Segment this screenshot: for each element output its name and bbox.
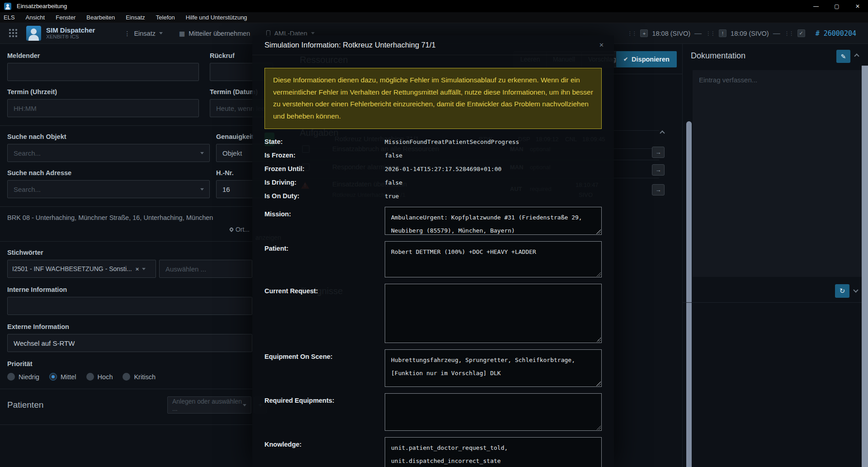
resize-handle[interactable]: [596, 425, 601, 430]
remove-tag-icon[interactable]: ×: [136, 266, 139, 272]
app-scrollbar[interactable]: [862, 66, 868, 467]
minimize-icon[interactable]: —: [806, 0, 826, 12]
drag-handle-icon[interactable]: ⋮⋮: [706, 30, 715, 37]
clock-1: 18:08 (SIVO): [652, 30, 690, 37]
refresh-icon: ↻: [840, 287, 845, 295]
externe-info-label: Externe Information: [7, 323, 252, 330]
simulation-warning-note: Diese Informationen dienen dazu, möglich…: [264, 68, 602, 129]
separator: —: [694, 29, 702, 38]
divider: [0, 424, 252, 425]
grid-small-icon: ▦: [179, 30, 185, 37]
refresh-button[interactable]: ↻: [835, 284, 849, 298]
chevron-down-icon[interactable]: [853, 287, 858, 292]
prio-radio-hoch[interactable]: Hoch: [86, 373, 113, 381]
clock-add-icon[interactable]: +: [640, 29, 648, 37]
collapse-icon[interactable]: [854, 53, 859, 58]
suche-adresse-label: Suche nach Adresse: [7, 169, 210, 176]
app-subtitle: XENBIT® ICS: [46, 34, 95, 40]
edit-entry-button[interactable]: ✎: [836, 50, 850, 63]
equipment-on-scene-label: Equipment On Scene:: [264, 349, 385, 360]
clock-check-icon[interactable]: ✓: [797, 29, 805, 37]
chevron-down-icon: [200, 188, 204, 191]
frozen-until-value: 2026-01-14T15:27:17.5284698+01:00: [385, 165, 602, 172]
divider: [683, 302, 862, 303]
dokumentation-panel: Dokumentation ✎ Eintrag verfassen... ↻: [682, 44, 861, 467]
task-open-button[interactable]: →: [652, 184, 665, 195]
suche-objekt-select[interactable]: Search...: [7, 144, 210, 162]
clock-alert-icon[interactable]: !: [719, 29, 726, 37]
patient-label: Patient:: [264, 241, 385, 252]
kebab-icon: ⋮: [124, 30, 130, 37]
app-window-icon: [4, 3, 11, 10]
equipment-on-scene-textarea[interactable]: Hubrettungsfahrzeug, Sprungretter, Schle…: [385, 349, 602, 387]
chevron-down-icon: [311, 32, 315, 34]
current-request-textarea[interactable]: [385, 284, 602, 343]
disponieren-button[interactable]: ✔ Disponieren: [616, 51, 677, 67]
prio-radio-kritisch[interactable]: Kritisch: [123, 373, 156, 381]
prio-radio-mittel[interactable]: Mittel: [49, 373, 76, 381]
prioritaet-label: Priorität: [7, 360, 252, 367]
window-titlebar: Einsatzbearbeitung — ▢ ✕: [0, 0, 868, 12]
required-equipments-textarea[interactable]: [385, 393, 602, 431]
entry-placeholder: Eintrag verfassen...: [699, 76, 757, 84]
is-on-duty-value: true: [385, 192, 602, 200]
knowledge-label: Knowledge:: [264, 437, 385, 448]
drag-handle-icon[interactable]: ⋮⋮: [627, 30, 636, 37]
menu-hilfe[interactable]: Hilfe und Unterstützung: [180, 14, 253, 21]
resize-handle[interactable]: [596, 381, 601, 386]
app-grid-icon[interactable]: [9, 29, 18, 38]
resize-handle[interactable]: [596, 272, 601, 276]
mission-label: Mission:: [264, 207, 385, 218]
stichwoerter-label: Stichwörter: [7, 249, 252, 256]
ort-button[interactable]: Ort...: [230, 226, 250, 233]
divider: [0, 389, 252, 389]
modal-header: Simulation Information: Rotkreuz Unterha…: [252, 35, 614, 55]
modal-close-icon[interactable]: ✕: [599, 42, 604, 48]
resize-handle[interactable]: [596, 338, 601, 342]
chevron-down-icon: [200, 152, 204, 154]
collapse-icon[interactable]: [660, 130, 665, 135]
case-number: # 26000204: [816, 29, 856, 38]
patient-textarea[interactable]: Robert DETTMER (100%) +DOC +HEAVY +LADDE…: [385, 241, 602, 277]
radio-icon: [7, 373, 15, 381]
patient-select[interactable]: Anlegen oder auswählen ...: [167, 396, 251, 414]
prio-radio-niedrig[interactable]: Niedrig: [7, 373, 39, 381]
toolbar-einsatz-menu[interactable]: ⋮ Einsatz: [124, 30, 163, 37]
knowledge-textarea[interactable]: unit.patient_doctor_request_told, unit.d…: [385, 437, 602, 467]
entry-textarea[interactable]: Eintrag verfassen...: [693, 70, 862, 277]
interne-info-field[interactable]: [7, 297, 252, 315]
suche-adresse-select[interactable]: Search...: [7, 180, 210, 198]
termin-uhrzeit-field[interactable]: [7, 99, 199, 117]
menu-bearbeiten[interactable]: Bearbeiten: [81, 14, 120, 21]
stichwort-tag-select[interactable]: I2501 - INF WACHBESETZUNG - Sonsti... ×: [7, 260, 156, 278]
required-equipments-label: Required Equipments:: [264, 393, 385, 404]
radio-icon: [123, 373, 130, 381]
divider: [0, 206, 252, 207]
menu-einsatz[interactable]: Einsatz: [120, 14, 151, 21]
mission-textarea[interactable]: AmbulanceUrgent: Kopfplatzwunde #31 (Fri…: [385, 207, 602, 235]
task-open-button[interactable]: →: [652, 164, 665, 176]
app-logo: [26, 26, 41, 41]
task-open-button[interactable]: →: [652, 147, 665, 158]
is-on-duty-label: Is On Duty:: [264, 192, 385, 200]
menu-ansicht[interactable]: Ansicht: [20, 14, 51, 21]
close-icon[interactable]: ✕: [847, 0, 868, 12]
current-request-label: Current Request:: [264, 284, 385, 295]
maximize-icon[interactable]: ▢: [826, 0, 847, 12]
resize-handle[interactable]: [596, 229, 601, 234]
toolbar-mitteiler-button[interactable]: ▦ Mitteiler übernehmen: [179, 30, 250, 37]
menu-fenster[interactable]: Fenster: [50, 14, 81, 21]
externe-info-field[interactable]: [7, 334, 252, 352]
menu-telefon[interactable]: Telefon: [151, 14, 180, 21]
patienten-title: Patienten: [7, 400, 43, 410]
is-frozen-value: false: [385, 152, 602, 159]
chevron-down-icon: [142, 268, 146, 270]
app-name: SIM Dispatcher: [46, 27, 95, 34]
state-value: MissionFoundTreatPatientSecondProgress: [385, 138, 602, 145]
divider: [0, 125, 252, 126]
stichwort-add-select[interactable]: Auswählen ...: [159, 260, 252, 278]
menu-els[interactable]: ELS: [0, 14, 20, 21]
check-icon: ✔: [623, 56, 628, 62]
drag-handle-icon[interactable]: ⋮⋮: [784, 30, 793, 37]
meldender-field[interactable]: [7, 63, 199, 81]
